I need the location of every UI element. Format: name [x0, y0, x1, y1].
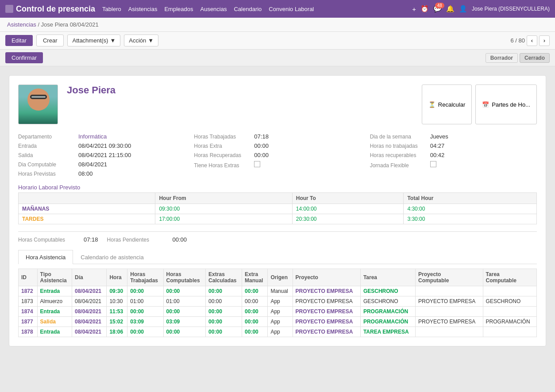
- recalcular-icon: ⏳: [428, 101, 436, 108]
- att-cell-em: 00:00: [242, 296, 268, 307]
- att-cell-origen: App: [268, 296, 293, 307]
- horario-cell-to: 14:00:00: [292, 204, 404, 214]
- value-departamento[interactable]: Informática: [78, 133, 107, 140]
- att-cell-dia: 08/04/2021: [72, 296, 106, 307]
- partes-button[interactable]: 📅 Partes de Ho...: [475, 85, 537, 124]
- record-header: Jose Piera ⏳ Recalcular 📅 Partes de Ho..…: [18, 85, 537, 124]
- clock-icon[interactable]: ⏰: [420, 5, 429, 13]
- hc-label-computables: Horas Computables: [18, 237, 80, 243]
- confirm-button[interactable]: Confirmar: [5, 52, 43, 63]
- nav-tablero[interactable]: Tablero: [102, 6, 121, 12]
- status-badges: Borrador Cerrado: [486, 53, 550, 63]
- label-departamento: Departamento: [18, 134, 76, 140]
- field-salida: Salida 08/04/2021 21:15:00: [18, 152, 185, 158]
- field-group-3: Dia de la semana Jueves Horas no trabaja…: [370, 133, 537, 177]
- table-row: 1878 Entrada 08/04/2021 18:06 00:00 00:0…: [19, 327, 537, 337]
- field-horas-no-trabajadas: Horas no trabajadas 04:27: [370, 142, 537, 149]
- avatar-image: [19, 85, 58, 124]
- action-chevron-icon: ▼: [148, 37, 154, 44]
- att-cell-pc: [416, 327, 483, 337]
- value-horas-recuperadas: 00:00: [254, 152, 269, 158]
- pager-prev[interactable]: ‹: [527, 35, 537, 46]
- main-content: Jose Piera ⏳ Recalcular 📅 Partes de Ho..…: [0, 66, 555, 392]
- att-cell-em: 00:00: [242, 317, 268, 327]
- att-th-dia: Día: [72, 269, 106, 286]
- att-th-hora: Hora: [107, 269, 127, 286]
- label-horas-extra: Horas Extra: [194, 143, 251, 149]
- edit-button[interactable]: Editar: [5, 35, 33, 46]
- bell-icon[interactable]: 🔔: [446, 5, 455, 13]
- recalcular-label: Recalcular: [438, 101, 465, 108]
- value-dia-semana: Jueves: [430, 133, 448, 140]
- nav-empleados[interactable]: Empleados: [164, 6, 193, 12]
- checkbox-tiene-horas-extras[interactable]: [254, 161, 260, 167]
- table-row: 1872 Entrada 08/04/2021 09:30 00:00 00:0…: [19, 286, 537, 296]
- label-tiene-horas-extras: Tiene Horas Extras: [194, 162, 251, 169]
- att-cell-tarea: PROGRAMACIÓN: [360, 307, 415, 317]
- recalcular-button[interactable]: ⏳ Recalcular: [422, 85, 472, 124]
- checkbox-jornada-flexible[interactable]: [430, 161, 436, 167]
- horario-link[interactable]: Horario Laboral Previsto: [18, 184, 80, 191]
- att-cell-tarea: GESCHRONO: [360, 286, 415, 296]
- att-th-ec: ExtrasCalculadas: [206, 269, 242, 286]
- attachments-chevron-icon: ▼: [110, 37, 116, 44]
- nav-calendario[interactable]: Calendario: [234, 6, 262, 12]
- field-horas-previstas: Horas Previstas 08:00: [18, 170, 185, 177]
- att-th-tarea: Tarea: [360, 269, 415, 286]
- nav-asistencias[interactable]: Asistencias: [128, 6, 158, 12]
- user-icon[interactable]: 👤: [459, 5, 467, 13]
- att-cell-hora: 10:30: [107, 296, 127, 307]
- toolbar: Editar Crear Attachment(s) ▼ Acción ▼ 6 …: [0, 32, 555, 50]
- att-cell-ec: 00:00: [206, 286, 242, 296]
- field-departamento: Departamento Informática: [18, 133, 185, 140]
- horario-cell-total: 4:30:00: [404, 204, 537, 214]
- label-entrada: Entrada: [18, 143, 76, 149]
- messages-badge: 48: [435, 3, 444, 8]
- att-cell-dia: 08/04/2021: [72, 307, 106, 317]
- nav-convenio[interactable]: Convenio Laboral: [269, 6, 314, 12]
- tab-hora-label: Hora Asistencia: [26, 254, 66, 261]
- att-header-row: ID TipoAsistencia Día Hora HorasTrabajad…: [19, 269, 537, 286]
- horario-cell-total: 3:30:00: [404, 214, 537, 224]
- create-button[interactable]: Crear: [36, 35, 64, 46]
- tab-calendario-label: Calendario de asistencia: [81, 254, 143, 261]
- field-entrada: Entrada 08/04/2021 09:30:00: [18, 142, 185, 149]
- att-cell-origen: App: [268, 327, 293, 337]
- nav-ausencias[interactable]: Ausencias: [200, 6, 227, 12]
- att-cell-origen: App: [268, 317, 293, 327]
- user-name[interactable]: Jose Piera (DISSENYCULLERA): [472, 6, 550, 12]
- hc-value-computables: 07:18: [84, 236, 98, 243]
- pager-next[interactable]: ›: [539, 35, 550, 46]
- app-title: Control de presencia: [16, 4, 95, 14]
- horario-row: MAÑANAS 09:30:00 14:00:00 4:30:00: [19, 204, 537, 214]
- field-horas-recuperadas: Horas Recuperadas 00:00: [194, 152, 361, 158]
- field-horas-extra: Horas Extra 00:00: [194, 142, 361, 149]
- att-cell-proyecto: PROYECTO EMPRESA: [293, 327, 360, 337]
- att-cell-id: 1878: [19, 327, 38, 337]
- horario-th-total: Total Hour: [404, 193, 537, 204]
- label-horas-recuperadas: Horas Recuperadas: [194, 152, 251, 158]
- att-th-id: ID: [19, 269, 38, 286]
- hc-row: Horas Computables 07:18 Horas Pendientes…: [18, 236, 537, 243]
- action-label: Acción: [129, 37, 146, 44]
- att-cell-ht: 01:00: [127, 296, 163, 307]
- breadcrumb-parent[interactable]: Asistencias: [7, 21, 36, 28]
- add-icon[interactable]: +: [412, 5, 416, 13]
- field-dia-computable: Dia Computable 08/04/2021: [18, 161, 185, 168]
- att-cell-ec: 00:00: [206, 327, 242, 337]
- action-button[interactable]: Acción ▼: [124, 35, 158, 46]
- label-horas-no-trabajadas: Horas no trabajadas: [370, 143, 428, 149]
- att-cell-tipo: Entrada: [37, 307, 72, 317]
- attachments-button[interactable]: Attachment(s) ▼: [67, 35, 120, 46]
- tab-calendario[interactable]: Calendario de asistencia: [73, 250, 151, 264]
- horario-cell-name: MAÑANAS: [19, 204, 155, 214]
- horario-table: Hour From Hour To Total Hour MAÑANAS 09:…: [18, 192, 537, 224]
- att-cell-hc: 00:00: [163, 307, 206, 317]
- att-cell-pc: [416, 307, 483, 317]
- attachments-label: Attachment(s): [72, 37, 108, 44]
- messages-icon[interactable]: 💬48: [433, 5, 442, 13]
- att-cell-hora: 15:02: [107, 317, 127, 327]
- att-cell-id: 1877: [19, 317, 38, 327]
- tab-hora-asistencia[interactable]: Hora Asistencia: [18, 250, 73, 264]
- badge-borrador: Borrador: [486, 53, 518, 63]
